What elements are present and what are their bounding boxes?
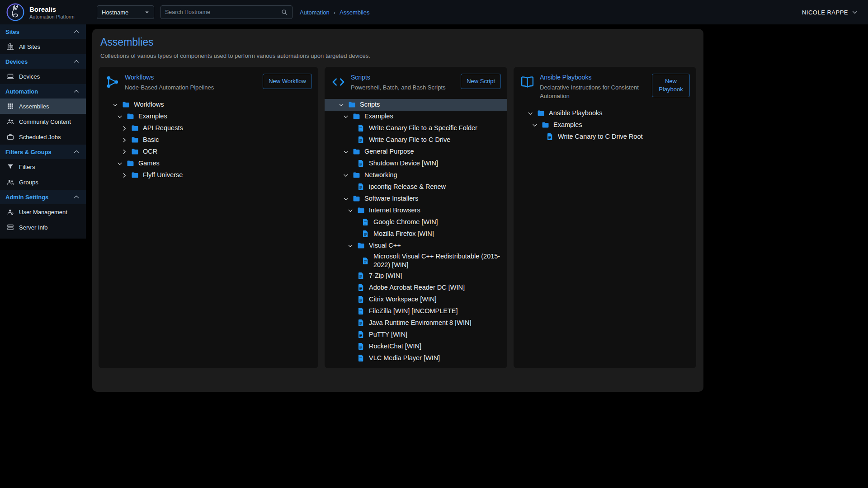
- tree-file-7-zip-win[interactable]: 7-Zip [WIN]: [325, 270, 507, 282]
- tree-node-label: Mozilla Firefox [WIN]: [373, 230, 434, 239]
- main-panel: Assemblies Collections of various types …: [92, 29, 703, 392]
- chevron-down-icon[interactable]: [346, 206, 354, 215]
- tree-folder-api-requests[interactable]: API Requests: [99, 122, 318, 134]
- sidebar-item-server-info[interactable]: Server Info: [0, 220, 86, 235]
- tree-folder-scripts[interactable]: Scripts: [325, 99, 507, 111]
- section-label: Devices: [5, 58, 28, 65]
- tree-folder-networking[interactable]: Networking: [325, 169, 507, 181]
- hostname-search[interactable]: [160, 5, 292, 19]
- tree-file-vlc-media-player-win[interactable]: VLC Media Player [WIN]: [325, 352, 507, 364]
- sidebar-item-user-management[interactable]: User Management: [0, 204, 86, 220]
- chevron-down-icon[interactable]: [116, 113, 124, 121]
- chevron-right-icon[interactable]: [120, 171, 128, 179]
- sidebar-item-scheduled-jobs[interactable]: Scheduled Jobs: [0, 129, 86, 145]
- tree-folder-flyff-universe[interactable]: Flyff Universe: [99, 169, 318, 181]
- chevron-down-icon: [851, 8, 859, 16]
- chevron-down-icon[interactable]: [531, 121, 539, 129]
- caret-spacer: [346, 160, 354, 168]
- sidebar-section-filters-groups[interactable]: Filters & Groups: [0, 145, 86, 159]
- search-icon: [281, 9, 288, 16]
- chevron-down-icon[interactable]: [342, 195, 350, 203]
- breadcrumb-separator: ›: [334, 9, 335, 16]
- sidebar-item-devices[interactable]: Devices: [0, 69, 86, 84]
- chevron-right-icon[interactable]: [120, 148, 128, 156]
- sidebar-section-automation[interactable]: Automation: [0, 84, 86, 99]
- tree-folder-software-installers[interactable]: Software Installers: [325, 193, 507, 205]
- tree-node-label: FileZilla [WIN] [INCOMPLETE]: [369, 307, 458, 316]
- caret-spacer: [346, 284, 354, 292]
- tree-file-citrix-workspace-win[interactable]: Citrix Workspace [WIN]: [325, 294, 507, 305]
- new-script-button[interactable]: New Script: [461, 74, 501, 89]
- tree-file-mozilla-firefox-win[interactable]: Mozilla Firefox [WIN]: [325, 228, 507, 240]
- tree-folder-ansible-playbooks[interactable]: Ansible Playbooks: [514, 108, 696, 119]
- sidebar-item-assemblies[interactable]: Assemblies: [0, 99, 86, 114]
- tree-file-write-canary-to-c-drive-root[interactable]: Write Canary to C Drive Root: [514, 131, 696, 143]
- user-menu[interactable]: NICOLE RAPPE: [802, 8, 859, 16]
- chevron-down-icon[interactable]: [342, 148, 350, 156]
- tree-folder-examples[interactable]: Examples: [325, 111, 507, 122]
- chevron-right-icon[interactable]: [120, 124, 128, 132]
- new-playbook-button[interactable]: New Playbook: [652, 74, 690, 97]
- sidebar-item-all-sites[interactable]: All Sites: [0, 39, 86, 54]
- tree-folder-basic[interactable]: Basic: [99, 134, 318, 146]
- caret-spacer: [346, 296, 354, 304]
- hostname-select[interactable]: Hostname: [97, 5, 154, 19]
- folder-icon: [122, 100, 130, 109]
- folder-icon: [352, 112, 361, 121]
- breadcrumb-assemblies[interactable]: Assemblies: [340, 9, 369, 16]
- caret-spacer: [346, 343, 354, 351]
- tree-file-rocketchat-win[interactable]: RocketChat [WIN]: [325, 341, 507, 352]
- tree-file-putty-win[interactable]: PuTTY [WIN]: [325, 329, 507, 341]
- tree-file-shutdown-device-win[interactable]: Shutdown Device [WIN]: [325, 158, 507, 169]
- breadcrumb: Automation › Assemblies: [300, 9, 370, 16]
- tree-file-java-runtime-environment-8-win[interactable]: Java Runtime Environment 8 [WIN]: [325, 317, 507, 329]
- file-icon: [361, 218, 370, 226]
- tree-file-google-chrome-win[interactable]: Google Chrome [WIN]: [325, 216, 507, 228]
- sidebar-item-community-content[interactable]: Community Content: [0, 114, 86, 129]
- caret-spacer: [346, 319, 354, 327]
- tree-file-write-canary-file-to-c-drive[interactable]: Write Canary File to C Drive: [325, 134, 507, 146]
- chevron-down-icon[interactable]: [342, 171, 350, 179]
- chevron-down-icon[interactable]: [342, 113, 350, 121]
- tree-folder-examples[interactable]: Examples: [514, 119, 696, 131]
- caret-spacer: [346, 272, 354, 280]
- tree-folder-general-purpose[interactable]: General Purpose: [325, 146, 507, 158]
- tree-node-label: Flyff Universe: [143, 171, 183, 180]
- tree-file-ipconfig-release-renew[interactable]: ipconfig Release & Renew: [325, 181, 507, 193]
- chevron-down-icon[interactable]: [337, 101, 345, 109]
- chevron-down-icon[interactable]: [526, 109, 534, 117]
- tree-node-label: Adobe Acrobat Reader DC [WIN]: [369, 283, 465, 292]
- new-workflow-button[interactable]: New Workflow: [263, 74, 312, 89]
- community-icon: [6, 117, 14, 126]
- tree-folder-ocr[interactable]: OCR: [99, 146, 318, 158]
- card-title: Scripts: [351, 74, 456, 81]
- tree-folder-visual-c[interactable]: Visual C++: [325, 240, 507, 252]
- server-icon: [6, 223, 14, 231]
- sidebar-section-devices[interactable]: Devices: [0, 54, 86, 69]
- chevron-right-icon[interactable]: [120, 136, 128, 144]
- file-icon: [357, 183, 365, 191]
- tree-node-label: Games: [138, 159, 160, 168]
- tree-file-microsoft-visual-c-redistributable-2015-2022-win[interactable]: Microsoft Visual C++ Redistributable (20…: [325, 252, 507, 270]
- chevron-down-icon[interactable]: [111, 101, 119, 109]
- sidebar-item-groups[interactable]: Groups: [0, 174, 86, 190]
- tree-folder-games[interactable]: Games: [99, 158, 318, 169]
- sidebar-item-filters[interactable]: Filters: [0, 159, 86, 174]
- tree-file-filezilla-win-incomplete[interactable]: FileZilla [WIN] [INCOMPLETE]: [325, 305, 507, 317]
- chevron-down-icon[interactable]: [346, 242, 354, 250]
- sidebar-section-sites[interactable]: Sites: [0, 24, 86, 39]
- tree-node-label: Ansible Playbooks: [549, 109, 603, 118]
- assembly-cards: Workflows Node-Based Automation Pipeline…: [99, 67, 697, 368]
- sidebar-section-admin-settings[interactable]: Admin Settings: [0, 190, 86, 204]
- breadcrumb-automation[interactable]: Automation: [300, 9, 330, 16]
- chevron-down-icon[interactable]: [116, 160, 124, 168]
- tree-folder-internet-browsers[interactable]: Internet Browsers: [325, 205, 507, 216]
- brand[interactable]: Borealis Automation Platform: [0, 3, 92, 22]
- tree-folder-workflows[interactable]: Workflows: [99, 99, 318, 111]
- search-input[interactable]: [165, 9, 281, 15]
- tree-folder-examples[interactable]: Examples: [99, 111, 318, 122]
- tree-file-adobe-acrobat-reader-dc-win[interactable]: Adobe Acrobat Reader DC [WIN]: [325, 282, 507, 294]
- folder-icon: [131, 136, 139, 144]
- file-icon: [357, 307, 365, 315]
- tree-file-write-canary-file-to-a-specific-folder[interactable]: Write Canary File to a Specific Folder: [325, 122, 507, 134]
